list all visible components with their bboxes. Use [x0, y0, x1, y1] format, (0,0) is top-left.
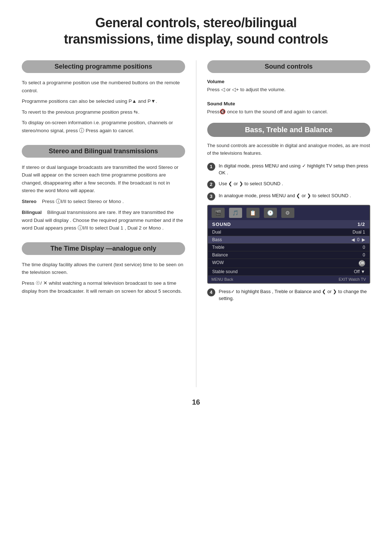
tv-menu-icon-row: 🎬 🎵 📋 🕐 ⚙	[208, 206, 370, 220]
section-stereo-bilingual: Stereo and Bilingual transmissions If st…	[22, 145, 185, 232]
tv-menu-screenshot: 🎬 🎵 📋 🕐 ⚙ SOUND 1/2 Dual Dual 1 Bass ◀ 0	[207, 205, 371, 284]
row-label-treble: Treble	[212, 245, 225, 250]
mute-text: Press🔇 once to turn the sound off and ag…	[207, 108, 371, 116]
section-header-sound: Sound controls	[207, 60, 371, 73]
step-text-1: In digital mode, press MENU and using ✓ …	[219, 162, 371, 177]
row-label-stable: Stable sound	[212, 269, 238, 274]
section-time-display: The Time Display —analogue only The time…	[22, 242, 185, 295]
row-val-wow: OK	[359, 260, 365, 267]
tv-menu-row-wow: WOW OK	[208, 259, 370, 268]
stereo-label: Stereo	[22, 199, 36, 204]
row-val-balance: 0	[363, 252, 365, 258]
tv-icon-sound: 🎵	[229, 208, 242, 218]
tv-menu-title-text: SOUND	[212, 222, 231, 227]
step-text-2: Use ❮ or ❯ to select SOUND .	[219, 180, 371, 187]
step-num-4: 4	[207, 288, 215, 296]
step-text-3: In analogue mode, press MENU and ❮ or ❯ …	[219, 192, 371, 199]
right-column: Sound controls Volume Press ◁ or ◁+ to a…	[207, 60, 371, 306]
tv-menu-row-dual: Dual Dual 1	[208, 228, 370, 236]
volume-section: Volume Press ◁ or ◁+ to adjust the volum…	[207, 79, 371, 94]
row-label-wow: WOW	[212, 260, 224, 267]
page-number: 16	[22, 398, 370, 406]
section-header-stereo: Stereo and Bilingual transmissions	[22, 145, 185, 158]
content-columns: Selecting programme positions To select …	[22, 60, 370, 387]
row-val-bass: ◀ 0 ▶	[351, 237, 365, 242]
tv-menu-row-bass: Bass ◀ 0 ▶	[208, 236, 370, 244]
section1-body: To select a programme position use the n…	[22, 79, 185, 135]
step-3: 3 In analogue mode, press MENU and ❮ or …	[207, 192, 371, 200]
tv-menu-footer: MENU Back EXIT Watch TV	[208, 276, 370, 283]
tv-menu-row-balance: Balance 0	[208, 251, 370, 259]
section2-body: If stereo or dual language broadcasts ar…	[22, 163, 185, 232]
volume-label: Volume	[207, 79, 371, 84]
step-num-2: 2	[207, 181, 215, 189]
ok-badge: OK	[359, 260, 365, 267]
tv-menu-row-stable: Stable sound Off ▼	[208, 268, 370, 276]
tv-menu-page: 1/2	[358, 222, 365, 227]
step-1: 1 In digital mode, press MENU and using …	[207, 162, 371, 177]
main-title: General controls, stereo/bilingual trans…	[22, 15, 370, 47]
section-header-selecting: Selecting programme positions	[22, 60, 185, 73]
volume-text: Press ◁ or ◁+ to adjust the volume.	[207, 86, 371, 94]
tv-icon-picture: 🎬	[212, 208, 225, 218]
tv-menu-row-treble: Treble 0	[208, 244, 370, 251]
tv-footer-left: MENU Back	[212, 277, 233, 281]
step-text-4: Press✓ to highlight Bass , Treble or Bal…	[219, 288, 371, 302]
tv-icon-setup: ⚙	[281, 208, 294, 218]
tv-icon-time: 🕐	[264, 208, 277, 218]
column-divider	[196, 60, 196, 387]
section3-body: The time display facility allows the cur…	[22, 261, 185, 295]
mute-section: Sound Mute Press🔇 once to turn the sound…	[207, 101, 371, 116]
left-column: Selecting programme positions To select …	[22, 60, 185, 305]
row-label-dual: Dual	[212, 230, 221, 235]
mute-label: Sound Mute	[207, 101, 371, 106]
btb-header: Bass, Treble and Balance	[207, 123, 371, 137]
row-val-dual: Dual 1	[352, 230, 365, 235]
page: General controls, stereo/bilingual trans…	[0, 0, 392, 535]
step-4: 4 Press✓ to highlight Bass , Treble or B…	[207, 288, 371, 302]
row-val-stable: Off ▼	[354, 269, 365, 274]
row-label-balance: Balance	[212, 252, 228, 258]
row-label-bass: Bass	[212, 237, 222, 242]
step-2: 2 Use ❮ or ❯ to select SOUND .	[207, 180, 371, 189]
btb-intro: The sound controls are accessible in dig…	[207, 142, 371, 157]
bilingual-label: Bilingual	[22, 210, 42, 215]
tv-footer-right: EXIT Watch TV	[339, 277, 366, 281]
tv-icon-features: 📋	[246, 208, 260, 218]
step-num-3: 3	[207, 192, 215, 200]
section-header-time: The Time Display —analogue only	[22, 242, 185, 255]
tv-menu-title-row: SOUND 1/2	[208, 220, 370, 228]
step-num-1: 1	[207, 163, 215, 171]
section-selecting-programmes: Selecting programme positions To select …	[22, 60, 185, 135]
row-val-treble: 0	[363, 245, 365, 250]
